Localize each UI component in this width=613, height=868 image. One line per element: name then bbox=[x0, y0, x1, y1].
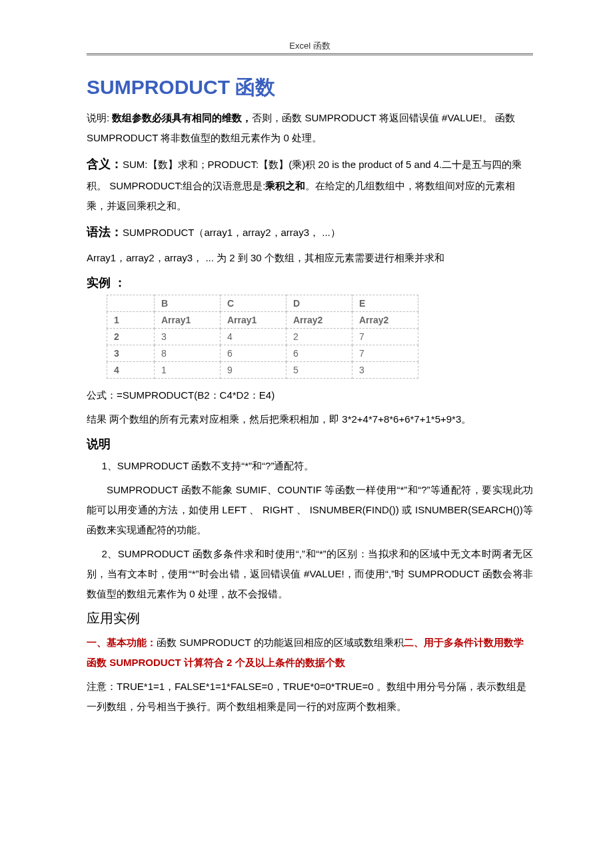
table-cell bbox=[107, 295, 155, 312]
header-rule-2 bbox=[87, 55, 533, 55]
example-head: 实例 ： bbox=[87, 275, 533, 291]
page: Excel 函数 SUMPRODUCT 函数 说明: 数组参数必须具有相同的维数… bbox=[0, 0, 613, 868]
table-cell: 9 bbox=[221, 362, 287, 379]
syntax-head: 语法： bbox=[87, 225, 123, 239]
table-row: 3 8 6 6 7 bbox=[107, 345, 418, 362]
app1-label: 一、基本功能： bbox=[87, 637, 157, 648]
intro-label: 说明: bbox=[87, 112, 112, 123]
example-table: B C D E 1 Array1 Array1 Array2 Array2 2 … bbox=[107, 295, 418, 379]
table-cell: E bbox=[352, 295, 418, 312]
table-cell: 7 bbox=[352, 345, 418, 362]
app-head: 应用实例 bbox=[87, 609, 533, 627]
doc-title: SUMPRODUCT 函数 bbox=[87, 74, 533, 101]
table-cell: 2 bbox=[287, 329, 352, 345]
table-cell: 3 bbox=[107, 345, 155, 362]
meaning-paragraph: 含义：SUM:【数】求和；PRODUCT:【数】(乘)积 20 is the p… bbox=[87, 152, 533, 216]
table-row: 2 3 4 2 7 bbox=[107, 329, 418, 345]
example-table-wrap: B C D E 1 Array1 Array1 Array2 Array2 2 … bbox=[107, 295, 533, 379]
header-rule-1 bbox=[87, 53, 533, 54]
table-header-row: B C D E bbox=[107, 295, 418, 312]
table-cell: 8 bbox=[155, 345, 221, 362]
table-cell: 6 bbox=[221, 345, 287, 362]
table-cell: 6 bbox=[287, 345, 352, 362]
formula-body: =SUMPRODUCT(B2：C4*D2：E4) bbox=[117, 389, 275, 401]
table-cell: 4 bbox=[107, 362, 155, 379]
syntax-note: Array1，array2，array3， ... 为 2 到 30 个数组，其… bbox=[87, 248, 533, 268]
table-cell: 4 bbox=[221, 329, 287, 345]
table-cell: 1 bbox=[155, 362, 221, 379]
syntax-paragraph: 语法：SUMPRODUCT（array1，array2，array3， ...） bbox=[87, 220, 533, 244]
app-line: 一、基本功能：函数 SUMPRODUCT 的功能返回相应的区域或数组乘积二、用于… bbox=[87, 633, 533, 673]
table-cell: C bbox=[221, 295, 287, 312]
page-header: Excel 函数 bbox=[87, 40, 533, 53]
meaning-bold: 乘积之和 bbox=[265, 180, 305, 191]
note-1: 1、SUMPRODUCT 函数不支持“*”和“?”通配符。 bbox=[87, 456, 533, 476]
formula-line: 公式：=SUMPRODUCT(B2：C4*D2：E4) bbox=[87, 385, 533, 405]
table-cell: 7 bbox=[352, 329, 418, 345]
table-cell: 1 bbox=[107, 312, 155, 329]
table-cell: B bbox=[155, 295, 221, 312]
table-cell: Array1 bbox=[155, 312, 221, 329]
table-cell: Array2 bbox=[352, 312, 418, 329]
intro-paragraph: 说明: 数组参数必须具有相同的维数，否则，函数 SUMPRODUCT 将返回错误… bbox=[87, 108, 533, 148]
syntax-body: SUMPRODUCT（array1，array2，array3， ...） bbox=[123, 227, 340, 238]
table-row: 1 Array1 Array1 Array2 Array2 bbox=[107, 312, 418, 329]
result-label: 结果 bbox=[87, 413, 109, 425]
note-1-body: SUMPRODUCT 函数不能象 SUMIF、COUNTIF 等函数一样使用“*… bbox=[87, 480, 533, 540]
formula-label: 公式： bbox=[87, 389, 117, 401]
table-cell: D bbox=[287, 295, 352, 312]
result-line: 结果 两个数组的所有元素对应相乘，然后把乘积相加，即 3*2+4*7+8*6+6… bbox=[87, 409, 533, 429]
table-cell: Array1 bbox=[221, 312, 287, 329]
table-cell: 3 bbox=[352, 362, 418, 379]
app-note: 注意：TRUE*1=1，FALSE*1=1*FALSE=0，TRUE*0=0*T… bbox=[87, 677, 533, 717]
table-row: 4 1 9 5 3 bbox=[107, 362, 418, 379]
note-2: 2、SUMPRODUCT 函数多条件求和时使用“,”和“*”的区别：当拟求和的区… bbox=[87, 544, 533, 604]
note-head: 说明 bbox=[87, 436, 533, 452]
app1-body: 函数 SUMPRODUCT 的功能返回相应的区域或数组乘积 bbox=[157, 637, 404, 648]
table-cell: 2 bbox=[107, 329, 155, 345]
intro-bold: 数组参数必须具有相同的维数， bbox=[112, 112, 252, 123]
table-cell: 3 bbox=[155, 329, 221, 345]
table-cell: 5 bbox=[287, 362, 352, 379]
meaning-head: 含义： bbox=[87, 157, 123, 171]
table-cell: Array2 bbox=[287, 312, 352, 329]
result-body: 两个数组的所有元素对应相乘，然后把乘积相加，即 3*2+4*7+8*6+6*7+… bbox=[109, 413, 471, 425]
